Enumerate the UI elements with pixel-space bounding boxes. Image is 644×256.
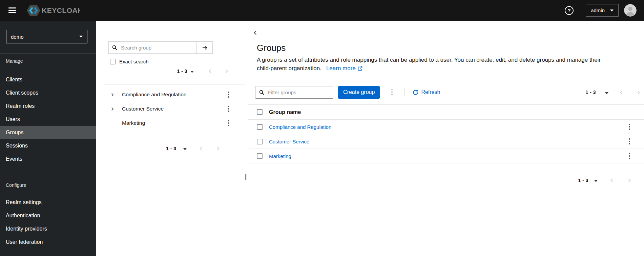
refresh-icon xyxy=(413,90,418,95)
exact-search-label: Exact search xyxy=(119,59,149,64)
pagination-range: 1 - 3 xyxy=(166,146,176,151)
kebab-menu-button[interactable] xyxy=(225,118,232,128)
group-search xyxy=(108,41,213,54)
pagination-range: 1 - 3 xyxy=(585,90,596,95)
sidebar-item-identity-providers[interactable]: Identity providers xyxy=(0,222,96,235)
group-link-marketing[interactable]: Marketing xyxy=(269,153,626,159)
chevron-down-icon xyxy=(610,9,614,12)
pagination-menu-toggle[interactable] xyxy=(594,178,598,183)
keycloak-logo[interactable]: KEYCLOAK xyxy=(26,4,80,17)
page-header: Groups A group is a set of attributes an… xyxy=(257,42,630,73)
hamburger-icon xyxy=(8,7,16,8)
exact-search-control: Exact search xyxy=(110,59,149,64)
kebab-menu-button[interactable] xyxy=(225,104,232,114)
sidebar-item-users[interactable]: Users xyxy=(0,113,96,126)
sidebar-item-events[interactable]: Events xyxy=(0,152,96,165)
pagination-prev-button[interactable] xyxy=(200,146,203,151)
description-line-2: child-parent organization. xyxy=(257,65,321,72)
expand-toggle-button[interactable] xyxy=(111,94,116,96)
chevron-left-icon xyxy=(254,31,258,35)
help-icon[interactable]: ? xyxy=(565,6,574,15)
filter-groups-input[interactable] xyxy=(267,89,336,96)
search-icon xyxy=(259,90,264,95)
sidebar-item-authentication[interactable]: Authentication xyxy=(0,209,96,222)
user-menu-label: admin xyxy=(591,7,605,13)
pagination-menu-toggle[interactable] xyxy=(190,69,194,74)
group-tree-panel: Exact search 1 - 3 Compliance and Regula… xyxy=(96,21,245,256)
sidebar-item-sessions[interactable]: Sessions xyxy=(0,139,96,152)
tree-divider xyxy=(104,84,245,84)
caret-down-icon xyxy=(605,92,608,94)
nav-list-configure: Realm settings Authentication Identity p… xyxy=(0,196,96,249)
pagination-menu-toggle[interactable] xyxy=(183,146,187,151)
sidebar-item-user-federation[interactable]: User federation xyxy=(0,235,96,249)
pagination-next-button[interactable] xyxy=(216,146,219,151)
hamburger-menu-button[interactable] xyxy=(5,4,19,17)
sidebar-item-realm-settings[interactable]: Realm settings xyxy=(0,196,96,209)
group-search-submit-button[interactable] xyxy=(196,42,212,54)
svg-text:KEYCLOAK: KEYCLOAK xyxy=(42,6,80,14)
groups-table: Group name Compliance and Regulation Cus… xyxy=(248,104,644,163)
group-link-compliance-and-regulation[interactable]: Compliance and Regulation xyxy=(269,124,626,130)
tree-item-label[interactable]: Customer Service xyxy=(122,106,225,112)
tree-item-label[interactable]: Compliance and Regulation xyxy=(122,92,225,98)
group-search-input[interactable] xyxy=(120,44,193,51)
group-tree-list: Compliance and Regulation Customer Servi… xyxy=(96,87,245,130)
groups-toolbar: Create group Refresh 1 - 3 xyxy=(255,86,639,99)
sidebar-item-clients[interactable]: Clients xyxy=(0,73,96,86)
collapse-panel-button[interactable] xyxy=(253,29,259,37)
pagination-prev-button[interactable] xyxy=(621,90,623,95)
row-kebab-menu-button[interactable] xyxy=(626,137,633,146)
sidebar-item-realm-roles[interactable]: Realm roles xyxy=(0,99,96,113)
group-link-customer-service[interactable]: Customer Service xyxy=(269,139,626,144)
chevron-right-icon xyxy=(224,69,228,73)
avatar[interactable] xyxy=(624,4,637,17)
description-line-1: A group is a set of attributes and role … xyxy=(257,57,601,63)
row-kebab-menu-button[interactable] xyxy=(626,151,633,161)
realm-selector-value: demo xyxy=(11,34,24,40)
chevron-left-icon xyxy=(610,178,614,182)
pagination-prev-button[interactable] xyxy=(611,178,614,183)
masthead: KEYCLOAK ? admin xyxy=(0,0,644,21)
panel-resize-handle[interactable] xyxy=(245,174,247,180)
pagination-next-button[interactable] xyxy=(627,178,630,183)
toolbar-kebab-menu-button[interactable] xyxy=(389,87,395,97)
pagination-next-button[interactable] xyxy=(225,68,227,74)
keycloak-logo-icon: KEYCLOAK xyxy=(26,4,80,17)
page-title: Groups xyxy=(257,42,630,53)
tree-item-marketing[interactable]: Marketing xyxy=(96,116,245,130)
arrow-right-icon xyxy=(202,45,208,51)
row-checkbox[interactable] xyxy=(257,139,263,144)
pagination-next-button[interactable] xyxy=(637,90,639,95)
expand-toggle-button[interactable] xyxy=(111,108,116,110)
pagination-prev-button[interactable] xyxy=(209,68,212,74)
sidebar-item-groups[interactable]: Groups xyxy=(0,126,96,139)
row-kebab-menu-button[interactable] xyxy=(626,122,633,132)
avatar-icon xyxy=(624,4,637,17)
column-header-group-name: Group name xyxy=(269,109,301,115)
user-menu-dropdown[interactable]: admin xyxy=(586,4,619,17)
kebab-menu-button[interactable] xyxy=(225,90,232,99)
refresh-button[interactable]: Refresh xyxy=(413,89,440,95)
sidebar: demo Manage Clients Client scopes Realm … xyxy=(0,21,96,256)
learn-more-link[interactable]: Learn more xyxy=(326,64,362,73)
pagination-menu-toggle[interactable] xyxy=(605,90,608,95)
row-checkbox[interactable] xyxy=(257,124,263,130)
table-pagination-bottom: 1 - 3 xyxy=(578,177,630,183)
caret-down-icon xyxy=(594,180,598,182)
sidebar-item-client-scopes[interactable]: Client scopes xyxy=(0,86,96,99)
tree-item-label[interactable]: Marketing xyxy=(122,120,225,126)
row-checkbox[interactable] xyxy=(257,153,263,159)
realm-selector[interactable]: demo xyxy=(6,30,87,43)
select-all-checkbox[interactable] xyxy=(257,109,263,115)
nav-section-manage: Manage xyxy=(0,53,96,68)
tree-item-compliance-and-regulation[interactable]: Compliance and Regulation xyxy=(96,87,245,102)
nav-section-configure: Configure xyxy=(0,178,96,192)
table-row: Customer Service xyxy=(248,134,644,149)
tree-item-customer-service[interactable]: Customer Service xyxy=(96,102,245,116)
exact-search-checkbox[interactable] xyxy=(110,59,116,64)
create-group-button[interactable]: Create group xyxy=(338,86,380,99)
caret-down-icon xyxy=(183,148,187,150)
table-row: Compliance and Regulation xyxy=(248,120,644,134)
table-row: Marketing xyxy=(248,149,644,163)
